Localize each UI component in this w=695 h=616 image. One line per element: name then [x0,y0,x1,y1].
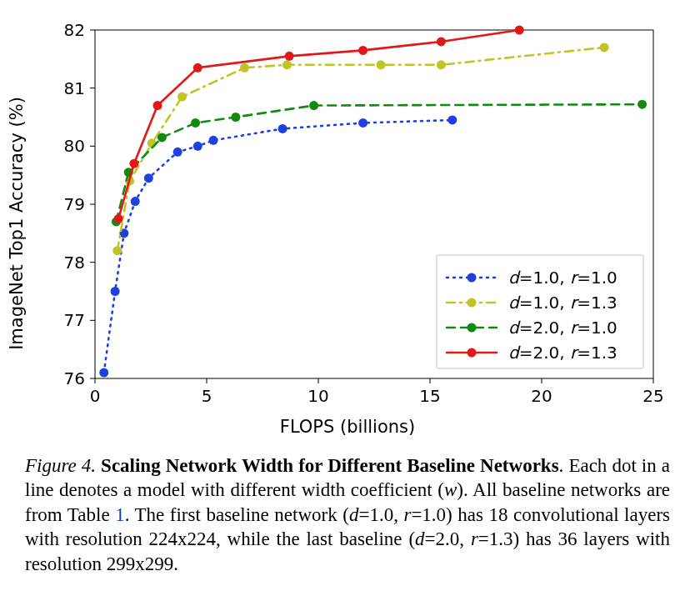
x-tick-label: 25 [642,386,663,406]
series-line [118,30,519,218]
figure-caption: Figure 4. Scaling Network Width for Diff… [25,453,670,576]
y-tick-label: 76 [64,368,85,388]
caption-text: =1.0, [358,504,403,525]
caption-text: =2.0, [425,528,471,549]
x-axis-label: FLOPS (billions) [280,417,415,437]
data-point [193,142,202,151]
var-w: w [444,479,457,500]
data-point [437,37,446,46]
data-point [209,136,218,145]
data-point [358,46,368,55]
data-point [515,26,524,35]
table-ref-link[interactable]: 1 [115,504,125,525]
var-d: d [349,504,359,525]
data-point [600,43,609,52]
x-tick-label: 20 [531,386,552,406]
data-point [129,159,138,168]
caption-text: . The first baseline network ( [125,504,349,525]
figure-title: Scaling Network Width for Different Base… [101,455,559,476]
series-line [104,120,452,373]
data-point [231,113,240,122]
x-tick-label: 5 [202,386,212,406]
var-r: r [471,528,478,549]
data-point [638,100,647,109]
figure-wrap: ImageNet Top1 Accuracy (%) 0510152025767… [0,0,695,593]
legend-marker [468,273,477,283]
legend: d=1.0, r=1.0d=1.0, r=1.3d=2.0, r=1.0d=2.… [437,255,643,368]
data-point [173,148,182,157]
data-point [158,133,167,142]
x-tick-label: 10 [308,386,328,406]
y-tick-label: 82 [64,20,85,40]
legend-marker [468,323,477,333]
data-point [437,60,446,69]
chart-svg: 051015202576777879808182d=1.0, r=1.0d=1.… [25,15,670,432]
chart-area: ImageNet Top1 Accuracy (%) 0510152025767… [25,15,670,432]
data-point [153,101,162,110]
y-tick-label: 77 [64,310,85,330]
legend-label: d=2.0, r=1.0 [508,318,618,338]
data-point [309,101,318,110]
y-tick-label: 79 [64,194,85,214]
figure-label: Figure 4. [25,455,96,476]
legend-label: d=2.0, r=1.3 [508,343,618,363]
data-point [285,52,294,61]
data-point [282,60,292,69]
x-tick-label: 15 [419,386,440,406]
y-tick-label: 80 [64,136,85,156]
data-point [240,63,249,73]
data-point [144,173,153,183]
legend-label: d=1.0, r=1.0 [508,268,618,288]
data-point [178,93,187,102]
y-tick-label: 78 [64,253,85,273]
data-point [191,118,200,128]
legend-label: d=1.0, r=1.3 [508,293,618,313]
y-tick-label: 81 [64,78,85,98]
var-d: d [415,528,425,549]
data-point [377,60,386,69]
data-point [99,368,108,378]
legend-marker [468,348,477,358]
data-point [358,118,368,128]
data-point [111,287,120,296]
y-axis-label: ImageNet Top1 Accuracy (%) [7,97,27,350]
data-point [114,214,123,223]
data-point [448,115,457,124]
data-point [278,124,288,133]
data-point [193,63,202,73]
data-point [112,246,122,255]
data-point [131,197,140,206]
x-tick-label: 0 [90,386,101,406]
legend-marker [468,298,477,308]
